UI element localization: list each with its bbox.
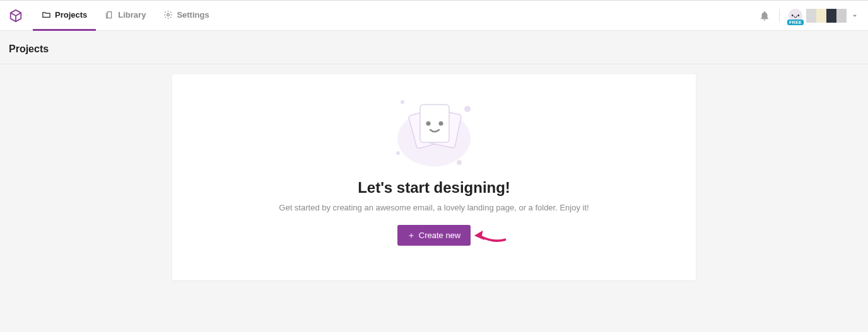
svg-point-9 bbox=[426, 122, 431, 126]
svg-point-2 bbox=[464, 106, 471, 112]
header: Projects Library Settings •ᴗ• FREE bbox=[0, 1, 868, 31]
nav-settings-label: Settings bbox=[177, 10, 209, 20]
plan-face-icon: •ᴗ• bbox=[791, 12, 799, 19]
nav-library-label: Library bbox=[118, 10, 146, 20]
header-right: •ᴗ• FREE bbox=[759, 9, 859, 23]
svg-point-3 bbox=[457, 160, 462, 165]
cube-logo-icon bbox=[9, 9, 23, 23]
plus-icon bbox=[408, 232, 415, 239]
plan-badge-label: FREE bbox=[787, 20, 804, 25]
plan-badge: •ᴗ• FREE bbox=[789, 9, 802, 23]
main-nav: Projects Library Settings bbox=[33, 1, 218, 30]
app-logo[interactable] bbox=[9, 9, 23, 23]
empty-state-card: Let's start designing! Get started by cr… bbox=[172, 74, 696, 280]
page-title: Projects bbox=[0, 31, 868, 64]
nav-projects[interactable]: Projects bbox=[33, 1, 96, 31]
create-new-label: Create new bbox=[419, 231, 460, 240]
empty-illustration bbox=[197, 93, 671, 169]
gear-icon bbox=[163, 10, 173, 20]
svg-point-4 bbox=[396, 151, 400, 155]
documents-face-icon bbox=[387, 93, 481, 169]
avatar bbox=[806, 9, 847, 23]
nav-settings[interactable]: Settings bbox=[155, 1, 218, 31]
folder-icon bbox=[42, 10, 51, 20]
svg-marker-11 bbox=[474, 230, 485, 240]
svg-rect-8 bbox=[420, 105, 449, 142]
library-icon bbox=[105, 10, 114, 20]
annotation-arrow bbox=[473, 226, 508, 246]
header-divider bbox=[779, 9, 780, 23]
svg-point-1 bbox=[401, 100, 404, 104]
create-new-wrap: Create new bbox=[397, 225, 471, 246]
create-new-button[interactable]: Create new bbox=[397, 225, 471, 246]
nav-projects-label: Projects bbox=[55, 10, 87, 20]
bell-icon[interactable] bbox=[759, 10, 770, 21]
empty-subtitle: Get started by creating an awesome email… bbox=[197, 203, 671, 212]
nav-library[interactable]: Library bbox=[96, 1, 155, 31]
chevron-down-icon bbox=[850, 11, 859, 20]
svg-point-10 bbox=[439, 122, 443, 126]
user-menu[interactable]: •ᴗ• FREE bbox=[789, 9, 859, 23]
svg-point-0 bbox=[167, 14, 170, 16]
empty-title: Let's start designing! bbox=[197, 179, 671, 197]
